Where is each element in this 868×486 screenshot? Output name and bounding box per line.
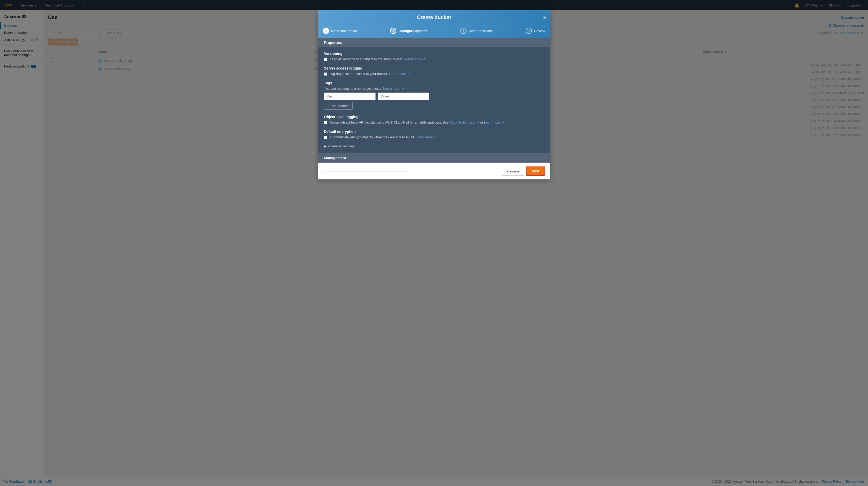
modal-title: Create bucket — [323, 15, 545, 21]
step-1-name-region: ✓ Name and region — [323, 28, 357, 34]
versioning-title: Versioning — [324, 52, 544, 56]
default-encryption-label: Automatically encrypt objects when they … — [330, 135, 437, 139]
footer-progress-bar — [323, 171, 497, 171]
object-logging-learn-more-link[interactable]: learn more ↗ — [484, 120, 504, 124]
object-level-logging-section: Object-level logging Record object-level… — [324, 115, 544, 124]
server-access-logging-checkbox[interactable] — [324, 73, 327, 76]
default-encryption-learn-more-link[interactable]: Learn more ↗ — [416, 135, 437, 139]
versioning-label: Keep all versions of an object in the sa… — [330, 57, 425, 61]
versioning-checkbox-row: Keep all versions of an object in the sa… — [324, 57, 544, 61]
modal-close-button[interactable]: × — [543, 15, 546, 20]
object-level-logging-title: Object-level logging — [324, 115, 544, 119]
server-access-logging-title: Server access logging — [324, 66, 544, 70]
object-level-logging-checkbox-row: Record object-level API activity using A… — [324, 120, 544, 124]
versioning-learn-more-link[interactable]: Learn more ↗ — [404, 57, 425, 61]
step-divider-1 — [360, 31, 387, 31]
step-2-configure-options[interactable]: 2 Configure options — [390, 28, 427, 34]
default-encryption-section: Default encryption Automatically encrypt… — [324, 130, 544, 139]
object-level-logging-label: Record object-level API activity using A… — [330, 120, 504, 124]
tag-inputs — [324, 92, 544, 100]
next-button[interactable]: Next — [526, 167, 545, 176]
server-access-logging-checkbox-row: Log requests for access to your bucket. … — [324, 72, 544, 76]
step-2-label: Configure options — [398, 29, 427, 33]
server-access-logging-label: Log requests for access to your bucket. … — [330, 72, 410, 76]
versioning-checkbox[interactable] — [324, 58, 327, 61]
step-divider-3 — [496, 31, 523, 31]
modal-body: Properties Versioning Keep all versions … — [318, 38, 550, 163]
tag-value-input[interactable] — [378, 92, 429, 100]
step-1-label: Name and region — [331, 29, 357, 33]
tags-desc: You can use tags to track project costs.… — [324, 87, 544, 90]
step-3-set-permissions[interactable]: 3 Set permissions — [460, 28, 492, 34]
previous-button[interactable]: Previous — [502, 167, 524, 175]
tags-section: Tags You can use tags to track project c… — [324, 81, 544, 110]
tags-title: Tags — [324, 81, 544, 85]
versioning-section: Versioning Keep all versions of an objec… — [324, 52, 544, 61]
tags-learn-more-link[interactable]: Learn more ↗ — [383, 87, 404, 90]
server-access-logging-section: Server access logging Log requests for a… — [324, 66, 544, 76]
management-section-header: Management — [318, 153, 550, 163]
modal-steps: ✓ Name and region 2 Configure options 3 … — [318, 25, 550, 38]
default-encryption-title: Default encryption — [324, 130, 544, 134]
default-encryption-checkbox[interactable] — [324, 136, 327, 139]
modal-header: Create bucket × — [318, 10, 550, 25]
modal-overlay: Create bucket × ✓ Name and region 2 Conf… — [0, 0, 868, 486]
step-3-label: Set permissions — [469, 29, 492, 33]
step-4-label: Review — [534, 29, 545, 33]
add-another-button[interactable]: + Add another — [324, 102, 352, 110]
properties-section-header: Properties — [318, 38, 550, 47]
default-encryption-checkbox-row: Automatically encrypt objects when they … — [324, 135, 544, 139]
footer-progress-fill — [323, 171, 410, 171]
modal-footer: Previous Next — [318, 163, 550, 179]
cloudtrail-pricing-link[interactable]: CloudTrail pricing ↗ — [450, 120, 479, 124]
object-level-logging-checkbox[interactable] — [324, 121, 327, 124]
server-logging-learn-more-link[interactable]: Learn more ↗ — [389, 72, 410, 76]
step-4-review[interactable]: 4 Review — [526, 28, 545, 34]
advanced-settings-toggle[interactable]: ▶ Advanced settings — [324, 144, 544, 148]
tag-key-input[interactable] — [324, 92, 376, 100]
step-divider-2 — [430, 31, 457, 31]
create-bucket-modal: Create bucket × ✓ Name and region 2 Conf… — [318, 10, 550, 179]
